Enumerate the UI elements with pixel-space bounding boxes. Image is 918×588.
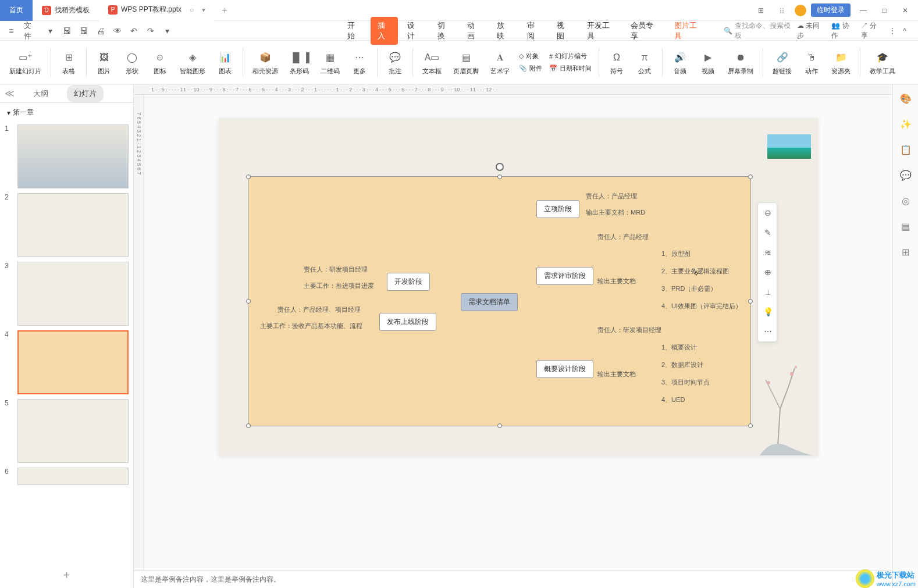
tab-home[interactable]: 首页 (0, 0, 33, 21)
layout-icon[interactable]: ⊞ (753, 2, 769, 19)
tab-add-button[interactable]: + (215, 5, 234, 16)
collab-label[interactable]: 👥 协作 (831, 21, 854, 41)
rib-wordart[interactable]: 𝐀艺术字 (486, 47, 514, 78)
panel-tab-slides[interactable]: 幻灯片 (67, 85, 104, 102)
rib-resfolder[interactable]: 📁资源夹 (827, 47, 855, 78)
handle-bl[interactable] (246, 423, 251, 428)
maximize-button[interactable]: □ (876, 2, 892, 19)
menu-tab-review[interactable]: 审阅 (520, 17, 547, 45)
handle-mr[interactable] (748, 299, 753, 304)
float-edit[interactable]: ✎ (758, 223, 778, 243)
chapter-label[interactable]: ▾ 第一章 (0, 103, 133, 122)
slide-item-5[interactable]: 5 (5, 399, 129, 463)
rs-chat-icon[interactable]: 💬 (899, 168, 913, 182)
rib-textbox[interactable]: A▭文本框 (418, 47, 446, 78)
menu-tab-member[interactable]: 会员专享 (624, 17, 665, 45)
mm-init[interactable]: 立项阶段 (536, 200, 579, 218)
rib-table[interactable]: ⊞表格 (56, 47, 81, 78)
rs-apps-icon[interactable]: ⊞ (899, 245, 913, 259)
rs-effects-icon[interactable]: ✨ (899, 117, 913, 131)
menu-tab-animation[interactable]: 动画 (460, 17, 488, 45)
rs-layers-icon[interactable]: ▤ (899, 219, 913, 233)
print-preview-icon[interactable]: 👁 (111, 24, 124, 38)
rib-slidenum[interactable]: #幻灯片编号 (547, 51, 594, 62)
mm-dev[interactable]: 开发阶段 (387, 273, 430, 291)
mindmap-selection[interactable]: 需求文档清单 开发阶段 责任人：研发项目经理 主要工作：推进项目进度 发布上线阶… (248, 176, 751, 426)
save-as-icon[interactable]: 🖫 (77, 24, 91, 38)
rib-comment[interactable]: 💬批注 (382, 47, 408, 78)
login-button[interactable]: 临时登录 (811, 3, 851, 17)
canvas-wrap[interactable]: 需求文档清单 开发阶段 责任人：研发项目经理 主要工作：推进项目进度 发布上线阶… (144, 95, 892, 571)
rib-chart[interactable]: 📊图表 (212, 47, 238, 78)
tab-file[interactable]: P WPS PPT教程.pptx ○ ▾ (99, 0, 215, 21)
rs-target-icon[interactable]: ◎ (899, 194, 913, 208)
slide-item-4[interactable]: 4 (5, 330, 129, 394)
handle-tm[interactable] (497, 174, 502, 179)
rib-picture[interactable]: 🖼图片 (91, 47, 117, 78)
share-label[interactable]: ↗ 分享 (861, 21, 882, 41)
mm-review[interactable]: 需求评审阶段 (536, 267, 593, 285)
menu-tab-design[interactable]: 设计 (400, 17, 428, 45)
slide-item-1[interactable]: 1 (5, 124, 129, 188)
rib-object[interactable]: ◇对象 (517, 51, 545, 62)
rib-symbol[interactable]: Ω符号 (604, 47, 629, 78)
add-slide-button[interactable]: + (0, 563, 133, 588)
notes-area[interactable]: 这里是举例备注内容，这里是举例备注内容。 (134, 571, 892, 588)
unsync-label[interactable]: ☁ 未同步 (797, 21, 824, 41)
rib-more[interactable]: ⋯更多 (347, 47, 372, 78)
slide-canvas[interactable]: 需求文档清单 开发阶段 责任人：研发项目经理 主要工作：推进项目进度 发布上线阶… (219, 118, 818, 455)
collapse-icon[interactable]: ^ (903, 27, 906, 35)
handle-tl[interactable] (246, 174, 251, 179)
minimize-button[interactable]: — (855, 2, 871, 19)
slide-item-3[interactable]: 3 (5, 262, 129, 326)
rib-icon[interactable]: ☺图标 (147, 47, 173, 78)
rib-barcode[interactable]: ▐▌▐条形码 (285, 47, 314, 78)
rib-headerfooter[interactable]: ▤页眉页脚 (449, 47, 483, 78)
rotate-handle[interactable] (496, 163, 504, 171)
float-crop[interactable]: ⟂ (758, 282, 778, 302)
float-more[interactable]: ⋯ (758, 322, 778, 341)
menu-tab-devtools[interactable]: 开发工具 (580, 17, 621, 45)
search-box[interactable]: 🔍 查找命令、搜索模板 (724, 21, 794, 41)
float-zoom-in[interactable]: ⊕ (758, 262, 778, 282)
slide-item-6[interactable]: 6 (5, 468, 129, 485)
panel-tab-outline[interactable]: 大纲 (26, 85, 55, 102)
dropdown-icon[interactable]: ▾ (161, 24, 174, 38)
handle-ml[interactable] (246, 299, 251, 304)
rs-design-icon[interactable]: 🎨 (899, 91, 913, 105)
more-icon[interactable]: ⋮ (889, 27, 896, 35)
float-layers[interactable]: ≋ (758, 243, 778, 262)
rib-resource[interactable]: 📦稻壳资源 (248, 47, 283, 78)
rib-audio[interactable]: 🔊音频 (667, 47, 693, 78)
rib-shape[interactable]: ◯形状 (119, 47, 145, 78)
menu-tab-show[interactable]: 放映 (490, 17, 517, 45)
menu-icon[interactable]: ≡ (5, 24, 18, 38)
print-icon[interactable]: 🖨 (94, 24, 108, 38)
menu-tab-start[interactable]: 开始 (340, 17, 368, 45)
rib-qrcode[interactable]: ▦二维码 (316, 47, 344, 78)
rs-clipboard-icon[interactable]: 📋 (899, 142, 913, 156)
handle-tr[interactable] (748, 174, 753, 179)
mm-root[interactable]: 需求文档清单 (461, 293, 518, 311)
save-icon[interactable]: 🖫 (61, 24, 74, 38)
rib-hyperlink[interactable]: 🔗超链接 (768, 47, 796, 78)
handle-bm[interactable] (497, 423, 502, 428)
rib-equation[interactable]: π公式 (632, 47, 657, 78)
rib-teachtools[interactable]: 🎓教学工具 (865, 47, 900, 78)
slide-item-2[interactable]: 2 (5, 193, 129, 257)
tab-close-icon[interactable]: ▾ (202, 6, 205, 14)
mm-release[interactable]: 发布上线阶段 (379, 313, 436, 331)
close-button[interactable]: ✕ (897, 2, 913, 19)
tab-template[interactable]: D 找稻壳模板 (33, 0, 99, 21)
mm-outline[interactable]: 概要设计阶段 (536, 360, 593, 378)
rib-video[interactable]: ▶视频 (695, 47, 721, 78)
beach-image[interactable] (767, 134, 811, 159)
menu-tab-transition[interactable]: 切换 (430, 17, 458, 45)
menu-tab-imgtools[interactable]: 图片工具 (667, 17, 709, 45)
rib-action[interactable]: 🖱动作 (799, 47, 824, 78)
float-idea[interactable]: 💡 (758, 302, 778, 322)
rib-attachment[interactable]: 📎附件 (517, 63, 545, 74)
menu-tab-insert[interactable]: 插入 (371, 17, 398, 45)
avatar[interactable] (795, 5, 806, 16)
redo-icon[interactable]: ↷ (144, 24, 158, 38)
